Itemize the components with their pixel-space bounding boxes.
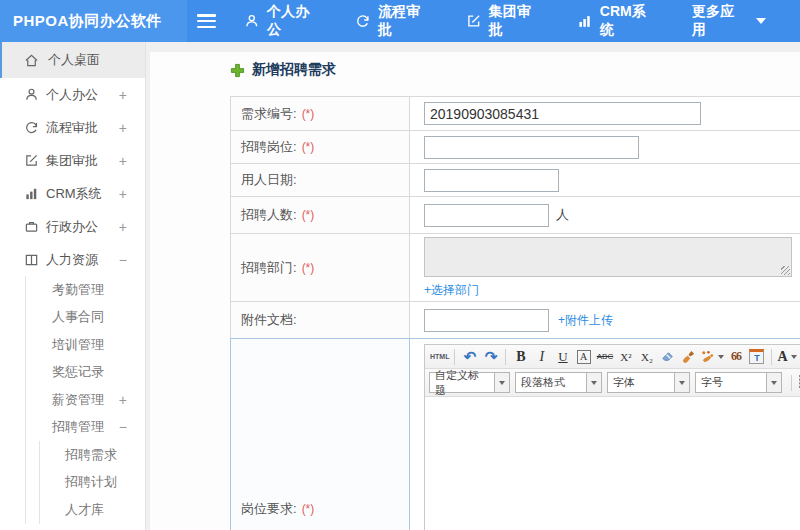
sidebar-item-hr[interactable]: 人力资源 − [0,243,145,276]
headcount-label: 招聘人数:(*) [231,197,410,233]
headcount-unit: 人 [556,206,569,224]
strikethrough-button[interactable]: ABC [595,347,614,366]
expand-plus-icon[interactable]: + [119,120,127,136]
blockquote-button[interactable]: 66 [726,347,745,366]
editor-toolbar-row2: 自定义标题 段落格式 字体 [425,369,800,397]
brush-icon [681,349,696,364]
hire-date-label: 用人日期: [231,164,410,196]
sidebar-item-talent-pool[interactable]: 人才库 [0,496,145,524]
expand-plus-icon[interactable]: + [119,153,127,169]
format-painter-button[interactable] [700,347,724,366]
headcount-input[interactable] [424,204,549,227]
subscript-button[interactable]: X₂ [637,347,656,366]
department-textarea[interactable] [424,237,792,277]
position-label: 招聘岗位:(*) [231,131,410,163]
sidebar-item-personal-desktop[interactable]: 个人桌面 [0,42,145,78]
sidebar-item-salary-mgmt[interactable]: 薪资管理 + [0,386,145,414]
form-row-position: 招聘岗位:(*) [230,131,800,164]
nav-item-group-approval[interactable]: 集团审批 [466,3,543,39]
font-color-button[interactable]: A [777,347,796,366]
nav-item-crm[interactable]: CRM系统 [577,3,658,39]
required-mark: (*) [302,261,315,275]
top-navigation: 个人办公 流程审批 集团审批 CRM系统 更多应用 [244,3,800,39]
chevron-down-icon [718,355,724,359]
sidebar-item-recruit-plan[interactable]: 招聘计划 [0,469,145,497]
paste-button[interactable]: T [747,347,766,366]
sidebar-item-admin-office[interactable]: 行政办公 + [0,210,145,243]
editor-content-area[interactable] [425,397,800,530]
expand-plus-icon[interactable]: + [119,87,127,103]
paragraph-format-select[interactable]: 段落格式 [515,372,602,393]
sidebar-item-hr-contract[interactable]: 人事合同 [0,304,145,332]
hire-date-input[interactable] [424,169,559,192]
select-arrow-button[interactable] [586,373,601,392]
redo-button[interactable]: ↷ [481,347,500,366]
upload-attachment-link[interactable]: +附件上传 [558,312,613,329]
font-size-select[interactable]: 字号 [695,372,782,393]
sidebar-item-reward-records[interactable]: 奖惩记录 [0,359,145,387]
underline-button[interactable]: U [553,347,572,366]
superscript-button[interactable]: X² [616,347,635,366]
select-arrow-button[interactable] [494,373,509,392]
toolbar-separator [771,349,772,365]
clipboard-icon: T [749,349,764,364]
expand-plus-icon[interactable]: + [119,219,127,235]
sidebar-item-workflow-approval[interactable]: 流程审批 + [0,111,145,144]
sidebar-item-attendance-mgmt[interactable]: 考勤管理 [0,276,145,304]
job-requirements-label: 岗位要求:(*) [231,339,410,530]
paint-dots-icon [700,349,715,364]
home-icon [24,53,39,68]
app-window: PHPOA协同办公软件 个人办公 流程审批 集团审批 CRM系统 更多应用 [0,0,800,530]
demand-no-input[interactable] [424,102,701,125]
font-border-button[interactable]: A [574,347,593,366]
select-arrow-button[interactable] [674,373,689,392]
main-panel: 新增招聘需求 需求编号:(*) 招聘岗位:(*) [150,52,800,530]
briefcase-icon [24,219,39,234]
form-row-job-requirements: 岗位要求:(*) HTML ↶ ↷ B [230,338,800,530]
bar-chart-icon [577,13,593,29]
bold-button[interactable]: B [511,347,530,366]
book-icon [24,252,39,267]
select-department-link[interactable]: +选择部门 [424,282,479,299]
hamburger-menu-icon[interactable] [197,14,217,28]
chevron-down-icon [756,18,766,24]
app-logo: PHPOA协同办公软件 [0,0,187,42]
sidebar-item-recruit-mgmt[interactable]: 招聘管理 − [0,414,145,442]
department-label: 招聘部门:(*) [231,234,410,301]
expand-plus-icon[interactable]: + [119,186,127,202]
eraser-button[interactable] [658,347,677,366]
select-arrow-button[interactable] [766,373,781,392]
workflow-icon [355,13,371,29]
resize-grip-icon[interactable] [781,266,790,275]
sidebar-item-group-approval[interactable]: 集团审批 + [0,144,145,177]
nav-item-more-apps[interactable]: 更多应用 [692,3,766,39]
collapse-minus-icon[interactable]: − [119,419,127,435]
eraser-icon [660,349,675,364]
nav-item-personal-office[interactable]: 个人办公 [244,3,321,39]
sidebar-item-crm[interactable]: CRM系统 + [0,177,145,210]
sidebar-item-recruit-demand[interactable]: 招聘需求 [0,441,145,469]
sidebar: 个人桌面 个人办公 + 流程审批 + 集团审批 + CRM系统 + 行政办公 + [0,42,146,530]
page-title: 新增招聘需求 [230,61,800,79]
heading-select[interactable]: 自定义标题 [429,372,510,393]
content-area: 新增招聘需求 需求编号:(*) 招聘岗位:(*) [147,42,800,530]
sidebar-item-training-mgmt[interactable]: 培训管理 [0,331,145,359]
toolbar-separator [454,349,455,365]
required-mark: (*) [302,208,315,222]
sidebar-item-personal-office[interactable]: 个人办公 + [0,78,145,111]
attachment-input[interactable] [424,309,549,332]
expand-plus-icon[interactable]: + [119,392,127,408]
italic-button[interactable]: I [532,347,551,366]
clean-format-button[interactable] [679,347,698,366]
position-input[interactable] [424,136,639,159]
nav-item-workflow-approval[interactable]: 流程审批 [355,3,432,39]
html-source-button[interactable]: HTML [430,347,449,366]
edit-icon [466,13,482,29]
form-row-hire-date: 用人日期: [230,164,800,197]
font-family-select[interactable]: 字体 [607,372,690,393]
undo-button[interactable]: ↶ [460,347,479,366]
form-row-department: 招聘部门:(*) +选择部门 [230,234,800,302]
demand-no-label: 需求编号:(*) [231,97,410,130]
form-row-demand-no: 需求编号:(*) [230,97,800,131]
collapse-minus-icon[interactable]: − [119,252,127,268]
